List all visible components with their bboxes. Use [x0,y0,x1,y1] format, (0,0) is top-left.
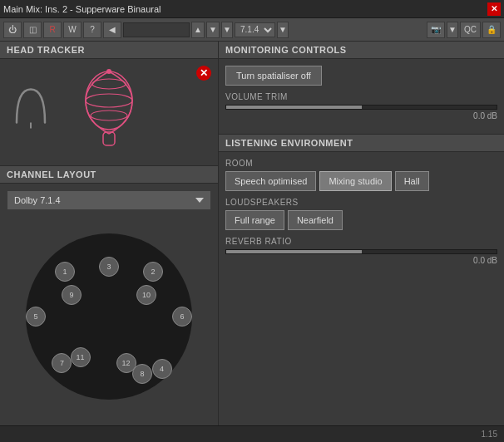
speaker-dot-4: 4 [152,359,172,379]
toolbar-power-btn[interactable]: ⏻ [3,22,22,38]
head-tracker-header: HEAD TRACKER [0,42,218,59]
room-btn-speech[interactable]: Speech optimised [225,171,316,191]
speaker-btn-nearfield[interactable]: Nearfield [288,210,343,230]
spatialiser-button[interactable]: Turn spatialiser off [225,66,322,86]
toolbar-version-select[interactable]: 7.1.4 [235,22,275,37]
toolbar: ⏻ ◫ R W ? ◀ ▲ ▼ ▼ 7.1.4 ▼ 📷 ▼ QC 🔒 [0,18,504,42]
channel-layout-header: CHANNEL LAYOUT [0,166,218,184]
svg-point-4 [91,110,127,120]
speaker-dot-2: 2 [143,262,163,282]
monitoring-section: MONITORING CONTROLS Turn spatialiser off… [219,42,504,135]
head-tracker-section: HEAD TRACKER [0,42,218,166]
error-badge: ✕ [196,66,211,81]
toolbar-w-btn[interactable]: W [63,22,82,38]
toolbar-save-btn[interactable]: ◫ [23,22,42,38]
speaker-dot-7: 7 [52,353,72,373]
head-model [76,67,142,150]
channel-layout-dropdown[interactable]: Dolby 7.1.4 [7,190,211,210]
right-panel: MONITORING CONTROLS Turn spatialiser off… [219,42,504,425]
toolbar-name-input[interactable] [123,22,190,37]
speaker-layout: 123456789101112 [7,214,211,419]
speaker-dot-9: 9 [62,285,82,305]
speaker-dot-11: 11 [71,347,91,367]
title-bar: Main Mix: Ins. 2 - Supperware Binaural ✕ [0,0,504,18]
left-panel: HEAD TRACKER [0,42,219,425]
monitoring-header: MONITORING CONTROLS [219,42,504,59]
toolbar-down-btn[interactable]: ▼ [206,22,220,38]
toolbar-menu-btn[interactable]: ▼ [221,22,233,38]
speaker-dot-5: 5 [26,307,46,327]
svg-point-2 [92,79,126,89]
toolbar-version-menu-btn[interactable]: ▼ [277,22,289,38]
reverb-value: 0.0 dB [225,256,497,265]
reverb-track[interactable] [225,249,497,254]
volume-trim-fill [226,106,362,109]
status-bar: 1.15 [0,425,504,442]
reverb-label: REVERB RATIO [225,237,497,246]
toolbar-back-btn[interactable]: ◀ [103,22,121,38]
volume-trim-track[interactable] [225,105,497,110]
toolbar-r-btn[interactable]: R [43,22,62,38]
toolbar-qc[interactable]: QC [460,22,481,38]
channel-layout-section: CHANNEL LAYOUT Dolby 7.1.4 1234567891011… [0,166,218,425]
main-content: HEAD TRACKER [0,42,504,425]
volume-trim-section: VOLUME TRIM 0.0 dB [225,92,497,120]
close-button[interactable]: ✕ [487,2,501,16]
monitoring-content: Turn spatialiser off VOLUME TRIM 0.0 dB [219,59,504,127]
toolbar-up-btn[interactable]: ▲ [191,22,205,38]
speaker-dot-10: 10 [136,285,156,305]
volume-trim-value: 0.0 dB [225,111,497,120]
speaker-dot-12: 12 [116,353,136,373]
speaker-dot-3: 3 [99,257,119,277]
svg-rect-5 [103,132,115,145]
speaker-btn-fullrange[interactable]: Full range [225,210,284,230]
loudspeakers-buttons: Full range Nearfield [225,210,497,230]
listening-content: ROOM Speech optimised Mixing studio Hall… [219,152,504,425]
room-label: ROOM [225,159,497,168]
svg-point-3 [86,94,132,107]
version-label: 1.15 [482,430,497,439]
channel-layout-content: Dolby 7.1.4 123456789101112 [0,184,218,425]
tracker-arc-icon [12,86,50,133]
toolbar-cam-down-btn[interactable]: ▼ [447,22,458,38]
speaker-dot-6: 6 [172,307,192,327]
loudspeakers-label: LOUDSPEAKERS [225,198,497,207]
room-btn-hall[interactable]: Hall [395,171,429,191]
svg-point-6 [106,69,111,74]
room-buttons: Speech optimised Mixing studio Hall [225,171,497,191]
title-bar-text: Main Mix: Ins. 2 - Supperware Binaural [3,4,161,14]
room-btn-mixing[interactable]: Mixing studio [319,171,391,191]
listening-header: LISTENING ENVIRONMENT [219,135,504,152]
toolbar-lock-btn[interactable]: 🔒 [482,22,501,38]
speaker-dot-1: 1 [55,262,75,282]
listening-section: LISTENING ENVIRONMENT ROOM Speech optimi… [219,135,504,425]
volume-trim-label: VOLUME TRIM [225,92,497,101]
reverb-fill [226,250,362,253]
speaker-circle: 123456789101112 [26,233,192,400]
head-tracker-content: ✕ [0,59,218,159]
toolbar-cam-btn[interactable]: 📷 [427,22,445,38]
toolbar-info-btn[interactable]: ? [83,22,101,38]
